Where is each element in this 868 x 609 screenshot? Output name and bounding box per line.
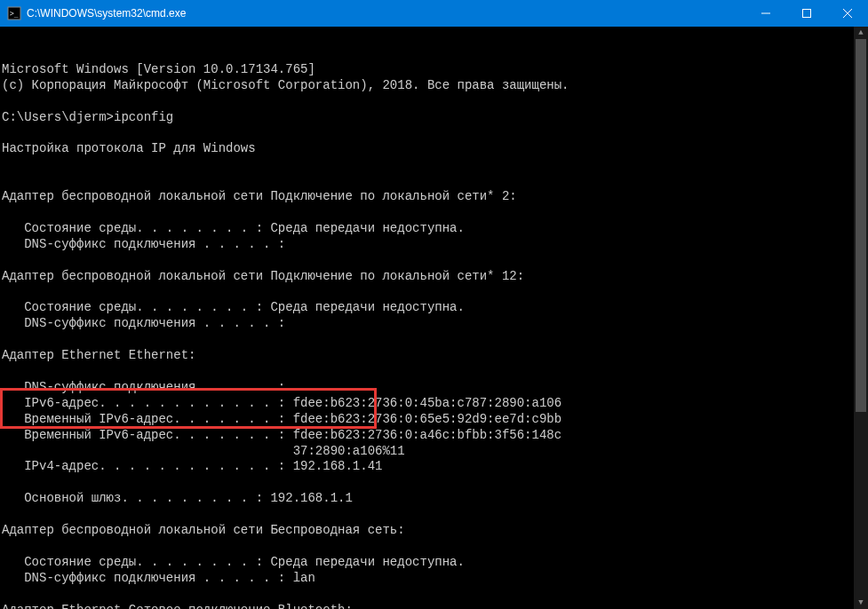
terminal-line <box>2 173 866 189</box>
terminal-line <box>2 507 866 523</box>
terminal-line: Microsoft Windows [Version 10.0.17134.76… <box>2 62 866 78</box>
terminal-line <box>2 205 866 221</box>
maximize-button[interactable] <box>786 0 827 27</box>
terminal-line <box>2 125 866 141</box>
terminal-line <box>2 364 866 380</box>
window-controls <box>745 0 868 27</box>
titlebar: >_ C:\WINDOWS\system32\cmd.exe <box>0 0 868 27</box>
terminal-line: DNS-суффикс подключения . . . . . : <box>2 380 866 396</box>
scroll-down-arrow[interactable]: ▼ <box>854 597 868 609</box>
terminal-line: DNS-суффикс подключения . . . . . : lan <box>2 571 866 587</box>
terminal-output[interactable]: Microsoft Windows [Version 10.0.17134.76… <box>0 27 868 609</box>
terminal-line <box>2 285 866 301</box>
scrollbar[interactable]: ▲ ▼ <box>854 27 868 609</box>
close-button[interactable] <box>827 0 868 27</box>
terminal-line: Адаптер беспроводной локальной сети Подк… <box>2 189 866 205</box>
svg-rect-3 <box>803 10 811 18</box>
terminal-line: Временный IPv6-адрес. . . . . . . : fdee… <box>2 428 866 444</box>
terminal-line: Основной шлюз. . . . . . . . . : 192.168… <box>2 491 866 507</box>
minimize-button[interactable] <box>745 0 786 27</box>
terminal-line: (c) Корпорация Майкрософт (Microsoft Cor… <box>2 78 866 94</box>
terminal-line: 37:2890:a106%11 <box>2 444 866 460</box>
terminal-line: Состояние среды. . . . . . . . : Среда п… <box>2 555 866 571</box>
scrollbar-thumb[interactable] <box>856 39 866 412</box>
terminal-line <box>2 94 866 110</box>
terminal-line: IPv6-адрес. . . . . . . . . . . . : fdee… <box>2 396 866 412</box>
terminal-line: Адаптер Ethernet Сетевое подключение Blu… <box>2 603 866 609</box>
terminal-line: IPv4-адрес. . . . . . . . . . . . : 192.… <box>2 459 866 475</box>
terminal-line: Настройка протокола IP для Windows <box>2 141 866 157</box>
terminal-line <box>2 475 866 491</box>
svg-text:>_: >_ <box>10 10 19 18</box>
terminal-line: Состояние среды. . . . . . . . : Среда п… <box>2 300 866 316</box>
terminal-line: Адаптер беспроводной локальной сети Подк… <box>2 269 866 285</box>
cmd-icon: >_ <box>7 6 21 20</box>
window-title: C:\WINDOWS\system32\cmd.exe <box>27 7 745 20</box>
terminal-line: Состояние среды. . . . . . . . : Среда п… <box>2 221 866 237</box>
terminal-line <box>2 539 866 555</box>
scroll-up-arrow[interactable]: ▲ <box>854 27 868 39</box>
terminal-line: DNS-суффикс подключения . . . . . : <box>2 237 866 253</box>
terminal-line: Временный IPv6-адрес. . . . . . . : fdee… <box>2 412 866 428</box>
terminal-line: Адаптер беспроводной локальной сети Бесп… <box>2 523 866 539</box>
terminal-line: C:\Users\djerm>ipconfig <box>2 110 866 126</box>
terminal-line <box>2 157 866 173</box>
terminal-line: DNS-суффикс подключения . . . . . : <box>2 316 866 332</box>
terminal-line <box>2 332 866 348</box>
terminal-line <box>2 253 866 269</box>
terminal-line: Адаптер Ethernet Ethernet: <box>2 348 866 364</box>
terminal-line <box>2 587 866 603</box>
